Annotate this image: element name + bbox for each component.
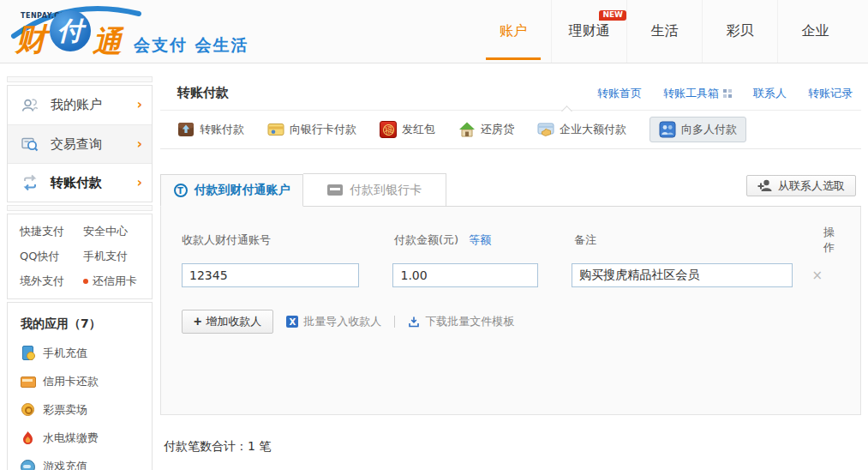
tool-mortgage-repay[interactable]: 还房贷 [458, 121, 514, 138]
equal-amount-link[interactable]: 等额 [469, 233, 491, 246]
tab-pay-to-bank-card[interactable]: 付款到银行卡 [303, 173, 446, 206]
app-item-game-topup[interactable]: 游戏充值 [8, 452, 152, 470]
link-overseas-pay[interactable]: 境外支付 [20, 274, 83, 289]
payment-count-summary: 付款笔数合计：1 笔 [164, 439, 861, 455]
utilities-flame-icon [21, 431, 35, 445]
tab-pay-to-tenpay-account[interactable]: T 付款到财付通账户 [160, 174, 303, 207]
add-payee-label: 增加收款人 [206, 314, 261, 329]
my-apps-title: 我的应用（7） [8, 311, 152, 339]
memo-label: 备注 [574, 233, 596, 246]
amount-input[interactable] [392, 263, 538, 287]
tool-send-red-packet[interactable]: 福 发红包 [380, 121, 435, 138]
sidebar-top-strip [7, 76, 153, 82]
search-doc-icon [21, 135, 43, 154]
download-template-label: 下载批量文件模板 [425, 314, 514, 329]
user-icon [21, 96, 43, 115]
top-nav: 账户 理财通 NEW 生活 彩贝 企业 [476, 0, 853, 63]
link-security-center[interactable]: 安全中心 [83, 224, 147, 239]
sidebar-menu: 我的账户 › 交易查询 › [7, 85, 153, 202]
sidebar-item-label: 转账付款 [51, 175, 102, 191]
app-item-label: 水电煤缴费 [43, 431, 99, 446]
sidebar-item-my-account[interactable]: 我的账户 › [8, 86, 152, 124]
main-titlebar: 转账付款 转账首页 转账工具箱 联系人 转账记录 [160, 76, 861, 111]
wallet-transfer-icon [177, 121, 195, 138]
add-contact-icon [757, 179, 772, 192]
sidebar-item-transaction-query[interactable]: 交易查询 › [8, 124, 152, 163]
link-mobile-pay[interactable]: 手机支付 [83, 249, 147, 264]
link-repay-credit-card[interactable]: 还信用卡 [83, 274, 147, 289]
download-template-link[interactable]: 下载批量文件模板 [408, 314, 514, 329]
nav-tab-enterprise[interactable]: 企业 [777, 0, 853, 63]
form-inputs-row: × [182, 263, 840, 287]
sidebar-my-apps: 我的应用（7） 手机充值 信用卡还款 彩票卖场 水电 [7, 302, 153, 470]
tool-enterprise-large-payment[interactable]: 企业大额付款 [537, 121, 626, 138]
logo-tagline: 会支付 会生活 [134, 34, 249, 57]
tool-label: 还房贷 [481, 122, 514, 137]
sidebar-item-label: 我的账户 [51, 97, 102, 113]
sidebar-item-label: 交易查询 [51, 136, 102, 153]
tool-label: 向银行卡付款 [290, 122, 356, 137]
link-contacts[interactable]: 联系人 [753, 86, 787, 101]
link-qq-quick-pay[interactable]: QQ快付 [20, 249, 83, 264]
tool-label: 企业大额付款 [560, 122, 626, 137]
sidebar-quick-links: 快捷支付 安全中心 QQ快付 手机支付 境外支付 还信用卡 [7, 214, 153, 299]
add-payee-button[interactable]: + 增加收款人 [182, 310, 273, 334]
pick-from-contacts-button[interactable]: 从联系人选取 [746, 175, 856, 196]
tool-pay-to-multiple[interactable]: 向多人付款 [650, 117, 746, 142]
delete-row-icon[interactable]: × [811, 268, 823, 283]
tool-label: 发红包 [402, 122, 435, 137]
memo-input[interactable] [572, 263, 793, 287]
house-icon [458, 121, 476, 138]
orange-dot-icon [83, 279, 88, 284]
app-item-mobile-topup[interactable]: 手机充值 [8, 339, 152, 367]
nav-tab-licaitong[interactable]: 理财通 NEW [551, 0, 626, 63]
pick-from-contacts-label: 从联系人选取 [778, 178, 845, 194]
chevron-right-icon: › [137, 99, 142, 111]
bank-card-gray-icon [327, 184, 343, 196]
app-item-utilities[interactable]: 水电煤缴费 [8, 424, 152, 452]
amount-label: 付款金额(元) [394, 233, 458, 246]
link-transfer-toolbox[interactable]: 转账工具箱 [663, 86, 732, 101]
nav-tab-account-label: 账户 [500, 22, 527, 40]
tool-transfer-payment[interactable]: 转账付款 [177, 121, 244, 138]
link-transfer-records[interactable]: 转账记录 [808, 86, 853, 101]
download-icon [408, 316, 420, 328]
action-column-label: 操作 [823, 226, 835, 254]
tool-pay-to-bank-card[interactable]: 向银行卡付款 [267, 121, 356, 138]
logo-char-fu: 付 [50, 10, 91, 51]
page-content: 我的账户 › 交易查询 › [0, 63, 868, 469]
app-item-label: 手机充值 [43, 346, 87, 361]
app-item-label: 信用卡还款 [43, 374, 99, 389]
recipient-label: 收款人财付通账号 [182, 233, 271, 246]
tab-label: 付款到财付通账户 [195, 183, 290, 198]
nav-tab-account[interactable]: 账户 [476, 0, 551, 63]
link-transfer-home[interactable]: 转账首页 [597, 86, 642, 101]
recipient-account-input[interactable] [182, 263, 359, 287]
nav-tab-enterprise-label: 企业 [802, 22, 829, 40]
nav-tab-life-label: 生活 [651, 22, 679, 40]
red-packet-fu-char: 福 [381, 123, 394, 136]
logo-char-tong: 通 [93, 22, 122, 62]
new-badge: NEW [599, 10, 626, 21]
app-item-lottery[interactable]: 彩票卖场 [8, 395, 152, 424]
nav-tab-caibei[interactable]: 彩贝 [702, 0, 777, 63]
nav-tab-life[interactable]: 生活 [626, 0, 702, 63]
nav-tab-licaitong-label: 理财通 [569, 22, 610, 40]
tenpay-circle-t-icon: T [174, 184, 188, 197]
multi-person-pay-icon [659, 121, 676, 138]
app-item-credit-card-repay[interactable]: 信用卡还款 [8, 367, 152, 395]
bank-card-pay-icon [267, 121, 284, 138]
enterprise-payment-icon [537, 121, 554, 138]
transfer-arrows-icon [21, 173, 43, 192]
plus-icon: + [194, 315, 201, 328]
sidebar: 我的账户 › 交易查询 › [7, 76, 153, 469]
link-quick-pay[interactable]: 快捷支付 [20, 224, 83, 239]
excel-icon: X [286, 316, 298, 328]
top-header: TENPAY.COM 财 付 通 会支付 会生活 账户 理财通 NEW 生活 彩… [0, 0, 868, 63]
batch-import-link[interactable]: X 批量导入收款人 [286, 314, 381, 329]
tenpay-logo[interactable]: TENPAY.COM 财 付 通 会支付 会生活 [7, 0, 255, 63]
batch-import-label: 批量导入收款人 [303, 314, 381, 329]
sidebar-item-transfer-payment[interactable]: 转账付款 › [8, 163, 152, 202]
tab-label: 付款到银行卡 [350, 183, 422, 198]
form-actions-row: + 增加收款人 X 批量导入收款人 下载批量文件模板 [182, 310, 840, 334]
